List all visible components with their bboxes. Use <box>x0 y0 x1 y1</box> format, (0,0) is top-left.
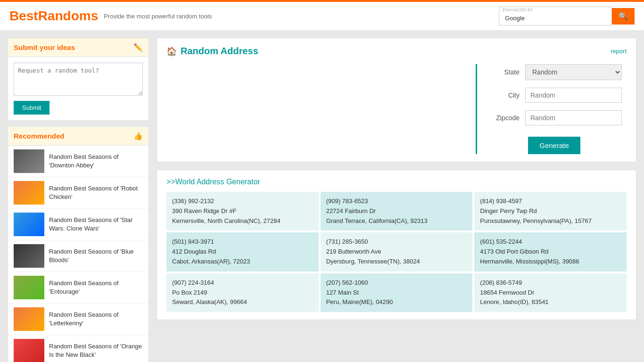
home-icon: 🏠 <box>166 46 177 57</box>
address-cell: (336) 992-2132 390 Raven Ridge Dr #F Ker… <box>166 192 319 230</box>
address-city: Dyersburg, Tennessee(TN), 38024 <box>326 257 467 267</box>
city-input[interactable] <box>525 88 622 103</box>
rec-item[interactable]: Random Best Seasons of 'Star Wars: Clone… <box>8 209 149 240</box>
rec-thumb <box>14 276 44 299</box>
address-city: Punxsutawney, Pennsylvania(PA), 15767 <box>480 216 621 226</box>
rec-thumb <box>14 244 44 268</box>
rec-item[interactable]: Random Best Seasons of 'Downton Abbey' <box>8 146 149 177</box>
recommended-section: Recommended 👍 Random Best Seasons of 'Do… <box>8 126 149 362</box>
rec-label: Random Best Seasons of 'Letterkenny' <box>49 311 143 328</box>
address-phone: (501) 843-3971 <box>172 237 313 247</box>
address-city: Peru, Maine(ME), 04290 <box>326 297 467 307</box>
address-phone: (601) 535-2244 <box>480 237 621 247</box>
submit-title: Submit your ideas <box>14 43 75 51</box>
address-city: Grand Terrace, California(CA), 92313 <box>326 216 467 226</box>
search-wrapper: ENHANCED BY <box>499 7 612 25</box>
address-street: 127 Main St <box>326 288 467 298</box>
address-city: Hermanville, Mississippi(MS), 39086 <box>480 257 621 267</box>
address-phone: (207) 562-1060 <box>326 278 467 288</box>
thumbs-up-icon: 👍 <box>133 132 143 140</box>
world-address-card: >>World Address Generator (336) 992-2132… <box>157 170 636 320</box>
search-button[interactable]: 🔍 <box>612 8 635 25</box>
city-row: City <box>487 88 622 103</box>
zipcode-label: Zipcode <box>487 114 520 122</box>
sidebar: Submit your ideas ✏️ Submit Recommended … <box>8 38 149 362</box>
rec-thumb <box>14 339 44 362</box>
rec-thumb <box>14 181 44 205</box>
world-section-title: >>World Address Generator <box>166 178 627 186</box>
address-cell: (208) 836-5749 18654 Fernwood Dr Lenore,… <box>474 273 627 312</box>
report-link[interactable]: report <box>611 48 627 55</box>
submit-button[interactable]: Submit <box>14 101 50 115</box>
rec-item[interactable]: Random Best Seasons of 'Entourage' <box>8 272 149 304</box>
address-street: 390 Raven Ridge Dr #F <box>172 206 313 216</box>
address-phone: (731) 285-3650 <box>326 237 467 247</box>
address-phone: (909) 783-6523 <box>326 197 467 206</box>
address-grid: (336) 992-2132 390 Raven Ridge Dr #F Ker… <box>166 192 627 312</box>
page-title-text: Random Address <box>181 46 258 57</box>
generator-right: State Random City Zipcode Genera <box>476 64 627 154</box>
zipcode-input[interactable] <box>525 110 622 125</box>
address-city: Kernersville, North Carolina(NC), 27284 <box>172 216 313 226</box>
edit-icon: ✏️ <box>133 43 143 52</box>
idea-textarea[interactable] <box>14 63 143 96</box>
layout: Submit your ideas ✏️ Submit Recommended … <box>0 30 644 362</box>
zipcode-row: Zipcode <box>487 110 622 125</box>
page-title-row: 🏠 Random Address report <box>166 46 627 57</box>
main-content: 🏠 Random Address report State Random <box>157 38 636 362</box>
address-street: 22724 Fairburn Dr <box>326 206 467 216</box>
rec-label: Random Best Seasons of 'Orange Is the Ne… <box>49 342 143 359</box>
address-street: 219 Butterworth Ave <box>326 247 467 257</box>
rec-thumb <box>14 213 44 236</box>
city-label: City <box>487 91 520 99</box>
address-cell: (207) 562-1060 127 Main St Peru, Maine(M… <box>321 273 473 312</box>
rec-thumb <box>14 307 44 331</box>
rec-thumb <box>14 149 44 173</box>
rec-label: Random Best Seasons of 'Entourage' <box>49 279 143 296</box>
address-street: 412 Douglas Rd <box>172 247 313 257</box>
header-left: BestRandoms Provide the most powerful ra… <box>9 8 212 24</box>
idea-form: Submit <box>8 57 149 120</box>
address-street: 4173 Old Port Gibson Rd <box>480 247 621 257</box>
search-bar: ENHANCED BY 🔍 <box>499 7 635 25</box>
header: BestRandoms Provide the most powerful ra… <box>0 0 644 30</box>
address-cell: (909) 783-6523 22724 Fairburn Dr Grand T… <box>321 192 473 230</box>
address-street: Dinger Perry Twp Rd <box>480 206 621 216</box>
world-section-link[interactable]: >>World Address Generator <box>166 178 260 186</box>
rec-item[interactable]: Random Best Seasons of 'Robot Chicken' <box>8 177 149 209</box>
address-city: Lenore, Idaho(ID), 83541 <box>480 297 621 307</box>
generator-left <box>166 64 476 154</box>
address-phone: (208) 836-5749 <box>480 278 621 288</box>
rec-item[interactable]: Random Best Seasons of 'Orange Is the Ne… <box>8 335 149 362</box>
submit-header: Submit your ideas ✏️ <box>8 38 149 57</box>
state-label: State <box>487 68 520 76</box>
address-cell: (601) 535-2244 4173 Old Port Gibson Rd H… <box>474 232 627 271</box>
rec-list: Random Best Seasons of 'Downton Abbey' R… <box>8 146 149 362</box>
search-input[interactable] <box>499 7 612 25</box>
rec-label: Random Best Seasons of 'Star Wars: Clone… <box>49 216 143 233</box>
address-cell: (907) 224-3164 Po Box 2149 Seward, Alask… <box>166 273 319 312</box>
address-phone: (336) 992-2132 <box>172 197 313 206</box>
rec-label: Random Best Seasons of 'Downton Abbey' <box>49 153 143 170</box>
rec-label: Random Best Seasons of 'Robot Chicken' <box>49 184 143 201</box>
address-street: 18654 Fernwood Dr <box>480 288 621 298</box>
address-phone: (907) 224-3164 <box>172 278 313 288</box>
page-title: 🏠 Random Address <box>166 46 258 57</box>
recommended-title: Recommended <box>14 132 65 140</box>
site-tagline: Provide the most powerful random tools <box>104 13 212 20</box>
address-cell: (814) 938-4597 Dinger Perry Twp Rd Punxs… <box>474 192 627 230</box>
state-select[interactable]: Random <box>525 64 622 80</box>
address-phone: (814) 938-4597 <box>480 197 621 206</box>
generator-area: State Random City Zipcode Genera <box>166 64 627 154</box>
address-street: Po Box 2149 <box>172 288 313 298</box>
rec-label: Random Best Seasons of 'Blue Bloods' <box>49 247 143 264</box>
state-row: State Random <box>487 64 622 80</box>
address-cell: (501) 843-3971 412 Douglas Rd Cabot, Ark… <box>166 232 319 271</box>
address-cell: (731) 285-3650 219 Butterworth Ave Dyers… <box>321 232 473 271</box>
generate-button[interactable]: Generate <box>528 137 580 154</box>
recommended-header: Recommended 👍 <box>8 127 149 146</box>
submit-section: Submit your ideas ✏️ Submit <box>8 38 149 121</box>
address-card: 🏠 Random Address report State Random <box>157 38 636 162</box>
rec-item[interactable]: Random Best Seasons of 'Blue Bloods' <box>8 240 149 272</box>
rec-item[interactable]: Random Best Seasons of 'Letterkenny' <box>8 304 149 335</box>
